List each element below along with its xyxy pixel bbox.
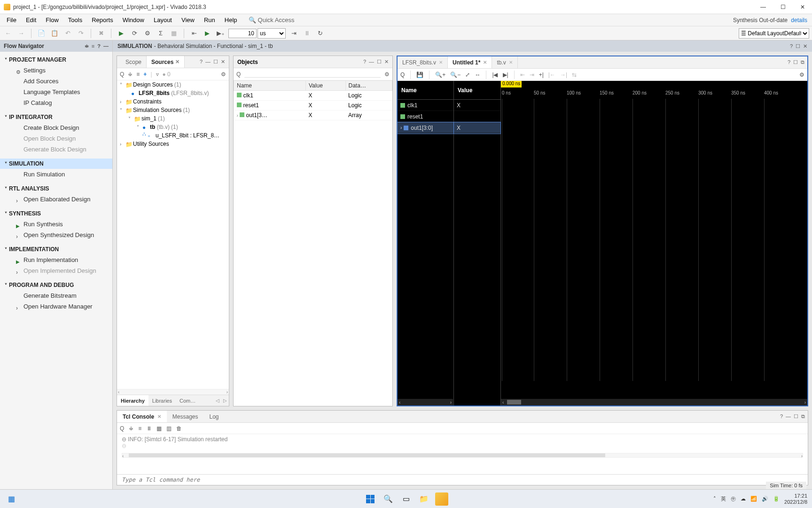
console-search-icon[interactable]: Q [120,425,124,432]
sources-max-icon[interactable]: ☐ [213,59,218,65]
impl-icon[interactable]: ⚙ [142,28,153,39]
gear-icon[interactable]: ⚙ [221,71,226,78]
wave-next-trans-icon[interactable]: ⇥ [530,71,534,78]
scroll-left-icon[interactable]: ‹ [118,389,119,395]
gear-icon[interactable]: ⚙ [384,71,390,78]
console-collapse-icon[interactable]: ≑ [129,425,133,432]
relaunch-icon[interactable]: ↻ [315,28,325,39]
col-value[interactable]: Value [306,81,346,91]
nav-run-simulation[interactable]: Run Simulation [0,169,112,180]
objects-help-icon[interactable]: ? [363,59,366,65]
console-copy-icon[interactable]: ▦ [156,425,162,432]
wave-col-value[interactable]: Value [454,81,500,100]
bitstream-icon[interactable]: ▦ [169,28,179,39]
wave-val-out1[interactable]: X [454,122,500,134]
menu-file[interactable]: File [2,14,21,26]
section-simulation[interactable]: ˅SIMULATION [0,159,112,169]
tree-sim-sources[interactable]: ˅📁Simulation Sources(1) [117,106,229,114]
tcl-input[interactable] [122,476,803,483]
explorer-icon[interactable]: 📁 [417,492,430,506]
console-popout-icon[interactable]: ⧉ [801,413,805,420]
menu-reports[interactable]: Reports [87,14,118,26]
src-tab-scroll-left-icon[interactable]: ◁ [214,398,221,403]
menu-edit[interactable]: Edit [21,14,41,26]
nav-back-button[interactable]: ← [3,28,13,39]
sources-min-icon[interactable]: — [205,59,211,65]
col-name[interactable]: Name [234,81,306,91]
section-ip-integrator[interactable]: ˅IP INTEGRATOR [0,112,112,122]
copy-icon[interactable]: 📄 [36,28,47,39]
flow-nav-collapse-icon[interactable]: ≡ [92,43,94,49]
tray-ime-icon[interactable]: ㊥ [731,495,736,502]
tab-tcl-console[interactable]: Tcl Console ✕ [117,411,167,422]
tray-chevron-up-icon[interactable]: ˄ [713,496,716,502]
flow-nav-toggle-icon[interactable]: ≑ [85,43,89,49]
section-synthesis[interactable]: ˅SYNTHESIS [0,208,112,219]
tree-sim1[interactable]: ˅📁sim_1(1) [117,114,229,123]
wave-help-icon[interactable]: ? [788,59,790,65]
details-link[interactable]: details [791,17,807,24]
menu-window[interactable]: Window [118,14,149,26]
search-icon[interactable]: 🔍 [382,492,395,506]
run-all-button[interactable]: ▶ [202,28,212,39]
console-clear-icon[interactable]: ▥ [166,425,172,432]
wave-save-icon[interactable]: 💾 [416,71,423,78]
sources-help-icon[interactable]: ? [200,59,203,65]
tree-tb[interactable]: ˅● ∴tb (tb.v)(1) [117,123,229,131]
objects-max-icon[interactable]: ☐ [377,59,382,65]
nav-settings[interactable]: Settings [0,65,112,76]
nav-language-templates[interactable]: Language Templates [0,87,112,97]
btab-hierarchy[interactable]: Hierarchy [117,395,148,406]
nav-open-block-design[interactable]: Open Block Design [0,133,112,144]
obj-row-reset1[interactable]: reset1XLogic [234,101,392,111]
nav-open-implemented[interactable]: Open Implemented Design [0,265,112,276]
wave-search-icon[interactable]: Q [400,71,405,78]
tray-lang[interactable]: 英 [721,495,726,502]
wave-zoom-cursor-icon[interactable]: ↔ [475,71,480,78]
wave-zoom-in-icon[interactable]: 🔍+ [435,71,445,78]
window-maximize-button[interactable]: ☐ [777,2,789,12]
console-trash-icon[interactable]: 🗑 [176,425,182,432]
wave-name-scrollbar[interactable]: ‹› [398,399,453,405]
src-tab-scroll-right-icon[interactable]: ▷ [221,398,229,403]
nav-generate-block-design[interactable]: Generate Block Design [0,144,112,155]
console-pause-icon[interactable]: ⏸ [146,425,152,432]
nav-run-synthesis[interactable]: Run Synthesis [0,219,112,230]
nav-run-implementation[interactable]: Run Implementation [0,254,112,265]
nav-add-sources[interactable]: Add Sources [0,76,112,87]
tray-volume-icon[interactable]: 🔊 [762,496,768,502]
flow-nav-min-icon[interactable]: — [103,43,109,49]
wave-prev-marker-icon[interactable]: |← [548,71,555,78]
obj-row-out1[interactable]: › out1[3…XArray [234,111,392,120]
tab-log[interactable]: Log [204,411,225,422]
add-icon[interactable]: + [143,71,147,78]
step-icon[interactable]: ⇥ [289,28,299,39]
sources-close-icon[interactable]: ✕ [221,59,225,65]
btab-libraries[interactable]: Libraries [148,395,176,406]
close-icon[interactable]: ✕ [439,60,443,65]
wave-next-marker-icon[interactable]: →| [560,71,567,78]
menu-flow[interactable]: Flow [41,14,63,26]
tree-tb-inst[interactable]: ▫u_LSFR_8bit : LFSR_8… [117,131,229,140]
menu-help[interactable]: Help [220,14,242,26]
quick-access-search[interactable]: 🔍 Quick Access [246,16,297,24]
tray-clock[interactable]: 17:21 2022/12/8 [784,493,807,504]
wave-col-name[interactable]: Name [398,81,453,100]
obj-row-clk1[interactable]: clk1XLogic [234,91,392,101]
console-help-icon[interactable]: ? [780,413,783,420]
window-minimize-button[interactable]: — [757,2,769,12]
menu-run[interactable]: Run [199,14,220,26]
tray-battery-icon[interactable]: 🔋 [773,496,780,502]
objects-min-icon[interactable]: — [369,59,374,65]
nav-open-synthesized[interactable]: Open Synthesized Design [0,230,112,240]
tab-messages[interactable]: Messages [167,411,204,422]
tab-sources[interactable]: Sources ✕ [146,56,185,68]
console-max-icon[interactable]: ☐ [794,413,798,420]
console-filter-icon[interactable]: ≡ [138,425,141,432]
wave-settings-icon[interactable]: ⚙ [799,71,804,78]
nav-open-elaborated[interactable]: Open Elaborated Design [0,194,112,205]
collapse-icon[interactable]: ≑ [128,71,133,78]
nav-fwd-button[interactable]: → [16,28,26,39]
layout-select[interactable]: ☰ Default LayoutDefault Layout [739,28,809,39]
wave-sig-out1[interactable]: ›out1[3:0] [398,122,453,134]
